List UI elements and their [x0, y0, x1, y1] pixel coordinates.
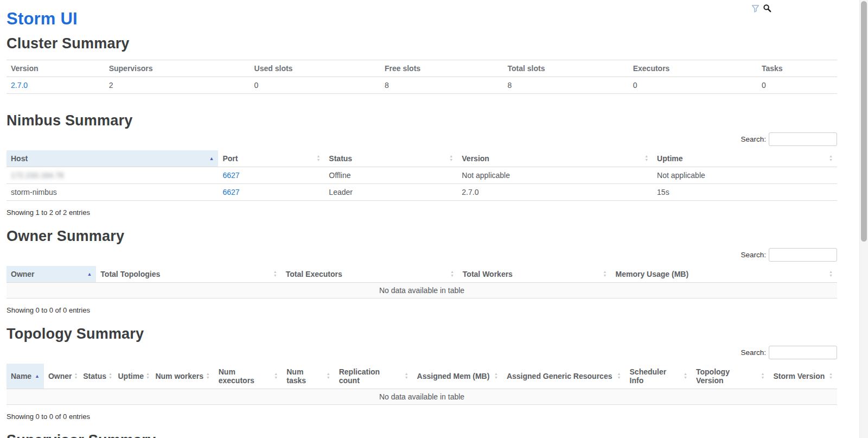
column-label: Total Workers [463, 270, 513, 278]
sort-icon: ▲▼ [829, 270, 833, 277]
cluster-col-supervisors: Supervisors [105, 60, 250, 77]
cluster-col-version: Version [7, 60, 105, 77]
topology-summary-table: Name▲ Owner▲▼ Status▲▼ Uptime▲▼ Num work… [7, 364, 837, 405]
search-icon[interactable] [763, 4, 771, 12]
column-label: Owner [48, 372, 72, 380]
cluster-summary-heading: Cluster Summary [7, 35, 837, 52]
nimbus-version-cell: 2.7.0 [457, 184, 653, 201]
column-label: Owner [11, 270, 35, 278]
topology-col-owner[interactable]: Owner▲▼ [44, 364, 79, 389]
column-label: Scheduler Info [630, 367, 682, 385]
cluster-executors-cell: 0 [629, 77, 757, 94]
filter-funnel-icon[interactable] [751, 4, 760, 12]
topology-col-assigned-mem[interactable]: Assigned Mem (MB)▲▼ [413, 364, 502, 389]
column-label: Status [329, 154, 352, 163]
sort-asc-icon: ▲ [35, 374, 40, 379]
page-title: Storm UI [7, 9, 837, 29]
column-label: Storm Version [773, 372, 825, 380]
scrollbar-track[interactable] [859, 0, 868, 438]
cluster-supervisors-cell: 2 [105, 77, 250, 94]
nimbus-col-host[interactable]: Host▲ [7, 150, 218, 167]
cluster-version-cell: 2.7.0 [7, 77, 105, 94]
topology-col-status[interactable]: Status▲▼ [79, 364, 113, 389]
sort-icon: ▲▼ [829, 372, 833, 379]
topology-col-name[interactable]: Name▲ [7, 364, 44, 389]
cluster-row: 2.7.0 2 0 8 8 0 0 [7, 77, 837, 94]
owner-search-input[interactable] [769, 248, 837, 262]
column-label: Total Executors [286, 270, 342, 278]
sort-icon: ▲▼ [684, 372, 687, 379]
nimbus-summary-section: Nimbus Summary Search: Host▲ Port▲▼ Stat… [7, 112, 837, 217]
port-link[interactable]: 6627 [222, 188, 239, 196]
cluster-col-tasks: Tasks [757, 60, 837, 77]
nimbus-status-cell: Offline [324, 167, 457, 184]
nimbus-search-input[interactable] [769, 132, 837, 146]
scrollbar-thumb[interactable] [861, 1, 867, 242]
column-label: Name [11, 372, 31, 380]
nimbus-col-port[interactable]: Port▲▼ [218, 150, 324, 167]
owner-summary-section: Owner Summary Search: Owner▲ Total Topol… [7, 228, 837, 314]
redacted-host-text: 172.233.164.78 [11, 171, 63, 180]
nimbus-uptime-cell: Not applicable [653, 167, 837, 184]
port-link[interactable]: 6627 [222, 171, 239, 180]
topology-col-num-workers[interactable]: Num workers▲▼ [151, 364, 214, 389]
topology-table-info: Showing 0 to 0 of 0 entries [7, 412, 837, 421]
nimbus-col-status[interactable]: Status▲▼ [324, 150, 457, 167]
empty-table-message: No data available in table [7, 389, 837, 405]
owner-col-memory-usage[interactable]: Memory Usage (MB)▲▼ [611, 266, 837, 283]
nimbus-col-version[interactable]: Version▲▼ [457, 150, 653, 167]
topology-col-assigned-generic-resources[interactable]: Assigned Generic Resources▲▼ [502, 364, 626, 389]
sort-icon: ▲▼ [74, 372, 78, 379]
column-label: Num tasks [286, 367, 324, 385]
topology-col-storm-version[interactable]: Storm Version▲▼ [769, 364, 837, 389]
topology-search-input[interactable] [769, 346, 837, 359]
sort-icon: ▲▼ [617, 372, 621, 379]
column-label: Port [222, 154, 238, 163]
column-label: Version [462, 154, 489, 163]
sort-icon: ▲▼ [644, 155, 648, 162]
page-content: Storm UI Cluster Summary Version Supervi… [7, 9, 837, 438]
sort-icon: ▲▼ [449, 155, 453, 162]
sort-icon: ▲▼ [761, 372, 764, 379]
cluster-free-slots-cell: 8 [380, 77, 503, 94]
column-label: Topology Version [696, 367, 758, 385]
owner-col-total-executors[interactable]: Total Executors▲▼ [282, 266, 458, 283]
cluster-summary-section: Cluster Summary Version Supervisors Used… [7, 35, 837, 94]
owner-col-total-topologies[interactable]: Total Topologies▲▼ [96, 266, 281, 283]
nimbus-search-row: Search: [7, 132, 837, 146]
supervisor-summary-section: Supervisor Summary Search: [7, 432, 837, 438]
nimbus-summary-table: Host▲ Port▲▼ Status▲▼ Version▲▼ Uptime▲▼ [7, 150, 837, 201]
nimbus-col-uptime[interactable]: Uptime▲▼ [653, 150, 837, 167]
nimbus-summary-heading: Nimbus Summary [7, 112, 837, 129]
owner-col-total-workers[interactable]: Total Workers▲▼ [458, 266, 611, 283]
nimbus-host-cell: storm-nimbus [7, 184, 218, 201]
topology-col-num-tasks[interactable]: Num tasks▲▼ [282, 364, 334, 389]
empty-table-row: No data available in table [7, 389, 837, 405]
owner-summary-table: Owner▲ Total Topologies▲▼ Total Executor… [7, 266, 837, 299]
column-label: Assigned Generic Resources [507, 372, 612, 380]
owner-table-info: Showing 0 to 0 of 0 entries [7, 306, 837, 314]
cluster-col-free-slots: Free slots [380, 60, 503, 77]
column-label: Host [11, 154, 28, 163]
topology-col-scheduler-info[interactable]: Scheduler Info▲▼ [626, 364, 692, 389]
topology-col-num-executors[interactable]: Num executors▲▼ [214, 364, 283, 389]
owner-col-owner[interactable]: Owner▲ [7, 266, 96, 283]
topology-col-topology-version[interactable]: Topology Version▲▼ [692, 364, 769, 389]
sort-icon: ▲▼ [494, 372, 498, 379]
search-label: Search: [741, 348, 766, 357]
nimbus-version-cell: Not applicable [457, 167, 653, 184]
sort-icon: ▲▼ [327, 372, 330, 379]
sort-icon: ▲▼ [450, 270, 454, 277]
owner-search-row: Search: [7, 248, 837, 262]
version-link[interactable]: 2.7.0 [11, 81, 28, 90]
topology-col-replication-count[interactable]: Replication count▲▼ [335, 364, 413, 389]
nimbus-table-info: Showing 1 to 2 of 2 entries [7, 208, 837, 217]
sort-icon: ▲▼ [829, 155, 833, 162]
nimbus-status-cell: Leader [324, 184, 457, 201]
topology-col-uptime[interactable]: Uptime▲▼ [113, 364, 151, 389]
nimbus-port-cell: 6627 [218, 167, 324, 184]
column-label: Status [83, 372, 106, 380]
column-label: Uptime [657, 154, 682, 163]
search-label: Search: [741, 251, 766, 259]
empty-table-message: No data available in table [7, 283, 837, 299]
